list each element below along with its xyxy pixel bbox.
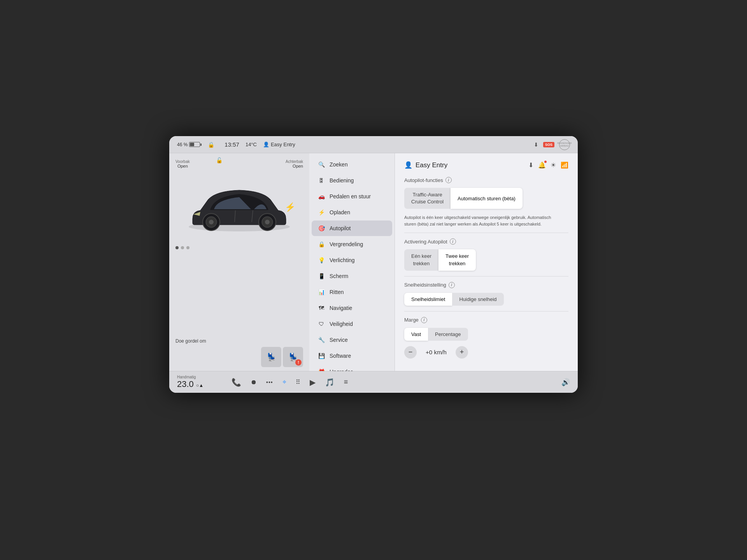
snelheidslimiet-btn[interactable]: Snelheidslimiet [404, 293, 452, 306]
pedalen-icon: 🚗 [318, 193, 325, 200]
vast-btn[interactable]: Vast [404, 328, 428, 341]
sidebar-item-vergrendeling[interactable]: 🔒 Vergrendeling [312, 236, 392, 252]
battery-icon [189, 142, 200, 147]
seat-icon-1: 💺 [261, 347, 281, 367]
sidebar-label-opladen: Opladen [330, 209, 350, 215]
een-keer-btn[interactable]: Eén keer trekken [404, 249, 438, 270]
taskbar-phone-icon[interactable]: 📞 [231, 378, 241, 387]
activering-section: Activering Autopilot i [404, 238, 568, 245]
taskbar-media-icon[interactable]: ⠿ [296, 378, 300, 386]
divider-2 [404, 276, 568, 276]
sidebar-item-autopilot[interactable]: 🎯 Autopilot [312, 220, 392, 236]
sidebar-item-scherm[interactable]: 📱 Scherm [312, 268, 392, 284]
battery-percent: 46 % [177, 142, 188, 147]
front-status: Voorbak Open [175, 159, 190, 168]
autopilot-warning: Autopilot is één keer uitgeschakeld vanw… [404, 214, 552, 227]
bediening-icon: 🎛 [318, 177, 325, 184]
service-icon: 🔧 [318, 336, 325, 343]
opladen-icon: ⚡ [318, 209, 325, 216]
sidebar-item-verlichting[interactable]: 💡 Verlichting [312, 252, 392, 268]
sidebar-item-navigatie[interactable]: 🗺 Navigatie [312, 300, 392, 316]
sidebar-label-navigatie: Navigatie [330, 305, 352, 311]
ritten-icon: 📊 [318, 289, 325, 296]
snelheid-info[interactable]: i [449, 282, 455, 288]
sos-badge: SOS [543, 142, 554, 147]
profile-icon: 👤 [263, 142, 269, 147]
back-status: Achterbak Open [286, 159, 303, 168]
sidebar-item-bediening[interactable]: 🎛 Bediening [312, 173, 392, 188]
sidebar-item-opladen[interactable]: ⚡ Opladen [312, 205, 392, 220]
navigatie-icon: 🗺 [318, 304, 325, 312]
taskbar-menu-icon[interactable]: ≡ [344, 378, 348, 386]
activering-info[interactable]: i [450, 238, 456, 245]
tesla-screen: 46 % 🔒 13:57 14°C 👤 Easy Entry ⬇ SOS PAS… [169, 136, 578, 393]
autopilot-functies-buttons: Traffic-Aware Cruise Control Automatisch… [404, 188, 568, 209]
autopilot-functies-section: Autopilot-functies i [404, 177, 568, 183]
taskbar-climate: Handmatig 23.0 ○▲ [177, 375, 224, 389]
autopilot-functies-info[interactable]: i [445, 177, 452, 183]
sidebar-label-pedalen: Pedalen en stuur [330, 193, 371, 200]
car-svg [185, 176, 294, 238]
marge-info[interactable]: i [421, 317, 427, 323]
taskbar-mode: Handmatig [177, 375, 196, 379]
snelheid-label: Snelheidsinstelling [404, 282, 446, 288]
software-icon: 💾 [318, 352, 325, 359]
brightness-icon: ☀ [551, 161, 556, 169]
car-image: ⚡ [175, 176, 303, 238]
taskbar: Handmatig 23.0 ○▲ 📞 ⏺ ••• ⌖ ⠿ ▶ 🎵 ≡ 🔊 [169, 371, 578, 393]
status-time: 13:57 [224, 141, 239, 148]
activering-buttons: Eén keer trekken Twee keer trekken [404, 249, 568, 270]
taskbar-more-icon[interactable]: ••• [266, 379, 273, 385]
sidebar-label-scherm: Scherm [330, 273, 348, 279]
airbag-badge: PASSENGERAIRBAG [559, 139, 570, 150]
profile-label: Easy Entry [271, 142, 295, 147]
search-icon: 🔍 [318, 161, 325, 168]
back-value: Open [286, 164, 303, 168]
taskbar-icons: 📞 ⏺ ••• ⌖ ⠿ ▶ 🎵 ≡ [231, 378, 348, 387]
sidebar-item-veiligheid[interactable]: 🛡 Veiligheid [312, 316, 392, 332]
speed-plus-btn[interactable]: + [456, 346, 468, 359]
scherm-icon: 📱 [318, 273, 325, 280]
warning-dot: ! [295, 359, 302, 366]
bell-icon: 🔔 [538, 161, 546, 169]
taskbar-spotify-icon[interactable]: 🎵 [325, 378, 335, 387]
settings-header-icons: ⬇ 🔔 ☀ 📶 [528, 161, 568, 169]
taskbar-bluetooth-icon[interactable]: ⌖ [282, 378, 286, 386]
veiligheid-icon: 🛡 [318, 320, 325, 327]
autosteer-btn[interactable]: Automatisch sturen (bèta) [451, 188, 523, 209]
lock-indicator: 🔓 [216, 157, 223, 163]
huidige-snelheid-btn[interactable]: Huidige snelheid [452, 293, 503, 306]
taskbar-camera-icon[interactable]: ⏺ [251, 379, 257, 386]
status-right: ⬇ SOS PASSENGERAIRBAG [534, 139, 570, 150]
settings-title: 👤 Easy Entry [404, 161, 447, 169]
front-value: Open [175, 164, 190, 168]
seatbelt-warning: Doe gordel om [175, 338, 206, 344]
settings-panel: 👤 Easy Entry ⬇ 🔔 ☀ 📶 Autopilot-functies … [395, 153, 578, 371]
sidebar-item-ritten[interactable]: 📊 Ritten [312, 284, 392, 300]
snelheid-buttons: Snelheidslimiet Huidige snelheid [404, 293, 568, 306]
download-header-icon: ⬇ [528, 161, 533, 169]
back-label: Achterbak [286, 159, 303, 164]
sidebar-label-ritten: Ritten [330, 289, 344, 295]
status-bar: 46 % 🔒 13:57 14°C 👤 Easy Entry ⬇ SOS PAS… [169, 136, 578, 153]
sidebar-item-software[interactable]: 💾 Software [312, 348, 392, 364]
sidebar-item-pedalen[interactable]: 🚗 Pedalen en stuur [312, 189, 392, 204]
traffic-aware-btn[interactable]: Traffic-Aware Cruise Control [404, 188, 451, 209]
sidebar-item-zoeken[interactable]: 🔍 Zoeken [312, 157, 392, 172]
sidebar-label-verlichting: Verlichting [330, 257, 355, 263]
profile-indicator: 👤 Easy Entry [263, 142, 295, 147]
percentage-btn[interactable]: Percentage [428, 328, 468, 341]
speed-minus-btn[interactable]: − [404, 346, 417, 359]
settings-title-icon: 👤 [404, 161, 412, 169]
taskbar-play-icon[interactable]: ▶ [310, 378, 316, 387]
verlichting-icon: 💡 [318, 257, 325, 264]
charging-icon: ⚡ [285, 202, 295, 212]
vergrendeling-icon: 🔒 [318, 241, 325, 248]
taskbar-volume-icon[interactable]: 🔊 [561, 378, 570, 387]
marge-label: Marge [404, 317, 419, 323]
download-icon: ⬇ [534, 142, 538, 148]
sidebar-item-service[interactable]: 🔧 Service [312, 332, 392, 348]
settings-header: 👤 Easy Entry ⬇ 🔔 ☀ 📶 [404, 161, 568, 169]
snelheid-section: Snelheidsinstelling i [404, 282, 568, 288]
twee-keer-btn[interactable]: Twee keer trekken [438, 249, 476, 270]
